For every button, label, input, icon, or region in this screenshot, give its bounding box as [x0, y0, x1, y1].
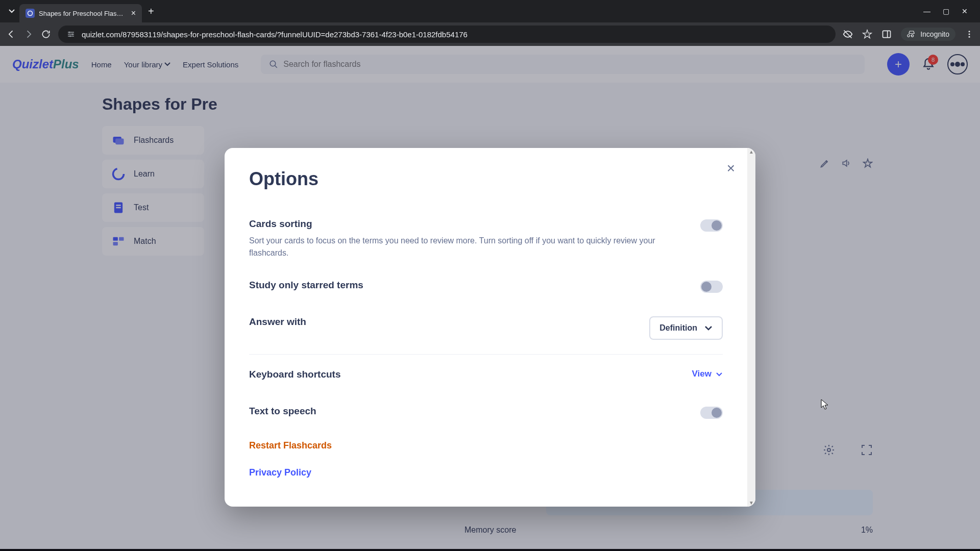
modal-close-button[interactable]: ×: [727, 160, 735, 177]
tab-title: Shapes for Preschool Flashcard: [39, 10, 127, 17]
bookmark-star-icon[interactable]: [862, 29, 872, 39]
window-maximize[interactable]: ▢: [943, 7, 949, 15]
text-to-speech-label: Text to speech: [249, 406, 680, 417]
tab-list-dropdown[interactable]: [4, 4, 19, 19]
cards-sorting-description: Sort your cards to focus on the terms yo…: [249, 235, 680, 259]
svg-rect-4: [883, 31, 891, 37]
chevron-down-icon: [716, 372, 723, 377]
privacy-policy-link[interactable]: Privacy Policy: [249, 459, 723, 486]
keyboard-shortcuts-view[interactable]: View: [692, 369, 723, 379]
side-panel-icon[interactable]: [881, 29, 892, 39]
svg-point-2: [72, 34, 74, 35]
svg-point-8: [969, 36, 970, 38]
tab-close-button[interactable]: ×: [131, 9, 136, 18]
url-text: quizlet.com/879583119/shapes-for-prescho…: [82, 30, 827, 39]
browser-back-button[interactable]: [6, 29, 16, 39]
modal-title: Options: [249, 168, 723, 190]
options-modal: × Options Cards sorting Sort your cards …: [225, 148, 755, 507]
answer-with-label: Answer with: [249, 316, 629, 328]
browser-menu-icon[interactable]: [965, 30, 974, 39]
browser-reload-button[interactable]: [41, 29, 51, 39]
svg-point-0: [28, 11, 33, 16]
svg-point-1: [69, 32, 70, 33]
quizlet-favicon: [26, 9, 35, 18]
text-to-speech-toggle[interactable]: [700, 407, 723, 419]
window-close[interactable]: ✕: [962, 7, 968, 15]
cards-sorting-toggle[interactable]: [700, 219, 723, 232]
svg-point-7: [969, 34, 970, 35]
incognito-label: Incognito: [920, 30, 949, 38]
new-tab-button[interactable]: +: [148, 6, 154, 17]
starred-terms-label: Study only starred terms: [249, 280, 680, 291]
browser-tab[interactable]: Shapes for Preschool Flashcard ×: [19, 4, 142, 22]
cards-sorting-label: Cards sorting: [249, 218, 680, 230]
window-minimize[interactable]: —: [923, 7, 930, 15]
address-bar[interactable]: quizlet.com/879583119/shapes-for-prescho…: [58, 26, 836, 43]
restart-flashcards-link[interactable]: Restart Flashcards: [249, 432, 723, 459]
modal-scrollbar[interactable]: ▲ ▼: [747, 148, 755, 507]
svg-point-6: [969, 31, 970, 32]
chevron-down-icon: [704, 325, 713, 331]
eye-off-icon[interactable]: [843, 29, 853, 39]
keyboard-shortcuts-label: Keyboard shortcuts: [249, 369, 672, 380]
starred-terms-toggle[interactable]: [700, 281, 723, 293]
browser-forward-button[interactable]: [23, 29, 34, 39]
svg-point-3: [69, 35, 71, 37]
answer-with-select[interactable]: Definition: [649, 316, 723, 340]
incognito-badge[interactable]: Incognito: [901, 28, 955, 41]
site-settings-icon[interactable]: [66, 30, 76, 39]
